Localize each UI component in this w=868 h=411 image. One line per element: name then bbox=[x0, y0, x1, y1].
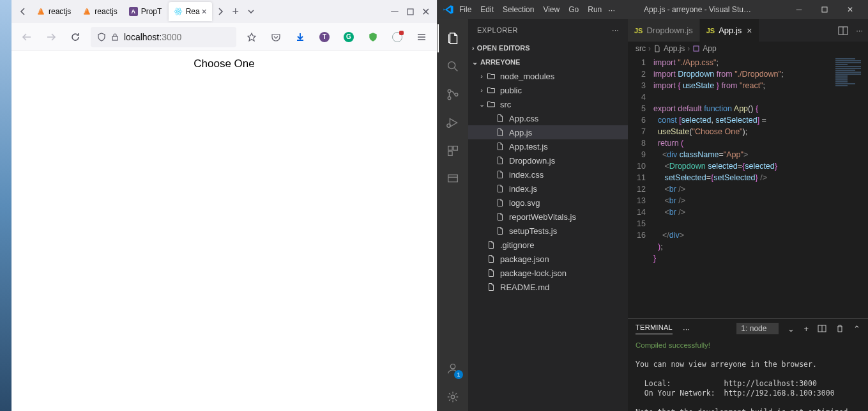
vscode-minimize[interactable]: ─ bbox=[786, 0, 812, 19]
tree-file[interactable]: reportWebVitals.js bbox=[468, 210, 628, 224]
explorer-more-icon[interactable]: ··· bbox=[612, 26, 619, 34]
new-terminal-icon[interactable]: + bbox=[803, 324, 809, 334]
activity-debug[interactable] bbox=[438, 109, 468, 137]
svg-rect-6 bbox=[822, 7, 827, 12]
tree-file[interactable]: package-lock.json bbox=[468, 266, 628, 280]
project-section[interactable]: ⌄ARREYONE bbox=[468, 55, 628, 69]
browser-viewport: Choose One bbox=[11, 51, 437, 411]
tree-folder[interactable]: ›public bbox=[468, 83, 628, 97]
menu-item[interactable]: Edit bbox=[480, 5, 494, 14]
tree-file[interactable]: logo.svg bbox=[468, 196, 628, 210]
vscode-close[interactable]: ✕ bbox=[837, 0, 863, 19]
svg-point-0 bbox=[177, 11, 178, 12]
activity-settings[interactable] bbox=[438, 383, 468, 411]
window-close[interactable]: ✕ bbox=[418, 4, 433, 19]
split-terminal-icon[interactable] bbox=[818, 324, 826, 333]
browser-toolbar: localhost:3000 T G bbox=[11, 23, 437, 51]
tree-file[interactable]: setupTests.js bbox=[468, 224, 628, 238]
browser-tab[interactable]: reactjs bbox=[77, 2, 122, 21]
js-file-icon: JS bbox=[706, 27, 715, 35]
tree-file[interactable]: App.css bbox=[468, 111, 628, 125]
tree-file[interactable]: App.test.js bbox=[468, 139, 628, 153]
browser-tab[interactable]: Rea× bbox=[169, 2, 212, 21]
menu-item[interactable]: Run bbox=[588, 5, 602, 14]
menu-overflow[interactable]: ··· bbox=[608, 5, 615, 15]
browser-tab[interactable]: APropT bbox=[124, 2, 167, 21]
panel-more[interactable]: ··· bbox=[683, 324, 690, 334]
nav-back[interactable] bbox=[18, 28, 36, 46]
tab-close-icon[interactable]: × bbox=[747, 26, 752, 36]
ext-icon-4[interactable] bbox=[388, 28, 406, 46]
panel-maximize-icon[interactable]: ⌃ bbox=[853, 324, 860, 334]
tab-favicon bbox=[36, 7, 45, 16]
file-icon bbox=[495, 212, 505, 221]
editor-tab[interactable]: JSApp.js× bbox=[700, 19, 759, 42]
tree-file[interactable]: package.json bbox=[468, 252, 628, 266]
tab-history-back[interactable] bbox=[15, 4, 31, 19]
terminal-dropdown-icon[interactable]: ⌄ bbox=[788, 324, 795, 334]
open-editors-section[interactable]: ›OPEN EDITORS bbox=[468, 41, 628, 55]
file-icon bbox=[653, 45, 661, 52]
activity-search[interactable] bbox=[438, 52, 468, 81]
vscode-titlebar: FileEditSelectionViewGoRun ··· App.js - … bbox=[438, 0, 868, 19]
terminal-output[interactable]: Compiled successfully! You can now view … bbox=[628, 338, 868, 411]
terminal-selector[interactable]: 1: node bbox=[736, 323, 779, 334]
activity-extensions[interactable] bbox=[438, 137, 468, 165]
menu-item[interactable]: Selection bbox=[503, 5, 534, 14]
editor-tab[interactable]: JSDropdown.js bbox=[628, 19, 700, 42]
nav-reload[interactable] bbox=[66, 28, 84, 46]
file-icon bbox=[486, 283, 496, 291]
file-icon bbox=[495, 184, 505, 193]
bookmark-star-icon[interactable] bbox=[243, 28, 261, 46]
vscode-maximize[interactable] bbox=[812, 0, 837, 19]
tree-file[interactable]: index.css bbox=[468, 167, 628, 182]
vscode-window-title: App.js - arreyone - Visual Stud... bbox=[644, 5, 752, 14]
window-minimize[interactable]: ─ bbox=[387, 4, 402, 19]
split-editor-icon[interactable] bbox=[838, 26, 848, 36]
menu-item[interactable]: File bbox=[459, 5, 471, 14]
activity-other[interactable] bbox=[438, 165, 468, 193]
ext-icon-2[interactable]: G bbox=[340, 28, 358, 46]
svg-rect-19 bbox=[694, 46, 699, 51]
tree-file[interactable]: index.js bbox=[468, 182, 628, 196]
file-icon bbox=[495, 142, 505, 151]
activity-scm[interactable] bbox=[438, 81, 468, 109]
ext-icon-1[interactable]: T bbox=[316, 28, 333, 46]
pocket-icon[interactable] bbox=[267, 28, 285, 46]
tab-favicon: A bbox=[129, 7, 138, 16]
url-host: localhost:3000 bbox=[124, 32, 181, 42]
hamburger-menu[interactable] bbox=[413, 28, 430, 46]
ext-icon-3[interactable] bbox=[364, 28, 382, 46]
new-tab-button[interactable]: + bbox=[228, 4, 243, 19]
browser-tab[interactable]: reactjs bbox=[31, 2, 76, 21]
tree-file[interactable]: .gitignore bbox=[468, 238, 628, 252]
nav-forward[interactable] bbox=[42, 28, 60, 46]
dropdown-display[interactable]: Choose One bbox=[194, 58, 254, 411]
tab-dropdown[interactable] bbox=[243, 4, 259, 19]
tree-file[interactable]: Dropdown.js bbox=[468, 153, 628, 167]
file-icon bbox=[486, 240, 496, 249]
code-editor[interactable]: 12345678910111213141516 import "./App.cs… bbox=[628, 56, 868, 318]
folder-icon bbox=[486, 86, 496, 95]
editor-more-icon[interactable]: ··· bbox=[856, 26, 863, 35]
tree-folder[interactable]: ›node_modules bbox=[468, 69, 628, 83]
activity-explorer[interactable] bbox=[438, 24, 468, 52]
breadcrumbs[interactable]: src› App.js› App bbox=[628, 42, 868, 56]
downloads-icon[interactable] bbox=[291, 28, 309, 46]
menu-item[interactable]: View bbox=[543, 5, 560, 14]
explorer-sidebar: EXPLORER ··· ›OPEN EDITORS ⌄ARREYONE ›no… bbox=[468, 19, 628, 411]
minimap[interactable] bbox=[833, 56, 868, 318]
kill-terminal-icon[interactable] bbox=[835, 324, 844, 333]
window-maximize[interactable] bbox=[402, 4, 418, 19]
tree-folder[interactable]: ⌄src bbox=[468, 97, 628, 111]
tab-favicon bbox=[82, 7, 91, 16]
url-bar[interactable]: localhost:3000 bbox=[91, 27, 236, 47]
tree-file[interactable]: App.js bbox=[468, 125, 628, 139]
tab-close-icon[interactable]: × bbox=[202, 6, 207, 17]
menu-item[interactable]: Go bbox=[568, 5, 579, 14]
tab-history-forward[interactable] bbox=[213, 4, 228, 19]
terminal-tab[interactable]: TERMINAL bbox=[636, 323, 673, 334]
tree-file[interactable]: README.md bbox=[468, 280, 628, 294]
file-icon bbox=[495, 198, 505, 207]
activity-account[interactable]: 1 bbox=[438, 355, 468, 383]
